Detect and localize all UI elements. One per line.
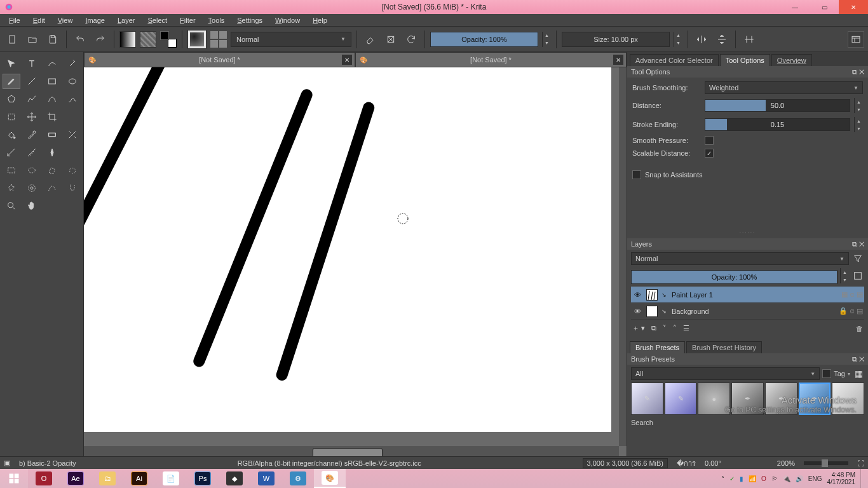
alpha-lock-button[interactable] <box>383 31 399 48</box>
tab-tool-options[interactable]: Tool Options <box>720 54 770 66</box>
layer-row-paint-layer-1[interactable]: 👁 ↘ Paint Layer 1 ▦α▤ <box>631 287 864 303</box>
tool-gradient[interactable] <box>43 127 61 142</box>
smooth-pressure-checkbox[interactable] <box>705 136 714 145</box>
brush-smoothing-select[interactable]: Weighted▼ <box>705 81 863 94</box>
v-scrollbar[interactable] <box>619 67 627 446</box>
save-file-button[interactable] <box>44 31 61 48</box>
distance-slider[interactable]: 50.0 <box>705 99 850 112</box>
tool-freehand-path[interactable] <box>64 92 81 107</box>
visibility-icon[interactable]: 👁 <box>632 308 642 315</box>
tool-bezier[interactable] <box>43 92 61 107</box>
tool-select-poly[interactable] <box>43 163 61 178</box>
tool-assistants[interactable] <box>3 145 20 160</box>
menu-help[interactable]: Help <box>308 15 332 25</box>
tool-pattern-edit[interactable] <box>64 127 81 142</box>
show-desktop-button[interactable] <box>860 469 864 488</box>
color-swatch[interactable] <box>160 31 177 48</box>
taskbar-app-opera[interactable]: O <box>28 469 60 488</box>
close-tab-button[interactable]: ✕ <box>342 55 352 65</box>
size-slider[interactable]: Size: 10.00 px <box>562 32 670 47</box>
tab-brush-presets[interactable]: Brush Presets <box>630 341 685 353</box>
gradient-swatch[interactable] <box>119 31 136 48</box>
brush-tag-checkbox[interactable] <box>822 369 831 378</box>
tool-rectangle[interactable] <box>43 74 61 89</box>
distance-spinner[interactable]: ▲▼ <box>854 98 863 113</box>
taskbar-app-illustrator[interactable]: Ai <box>123 469 155 488</box>
menu-layer[interactable]: Layer <box>112 15 140 25</box>
tool-polygon[interactable] <box>3 92 20 107</box>
tab-overview[interactable]: Overview <box>771 54 812 66</box>
menu-window[interactable]: Window <box>270 15 305 25</box>
brush-settings-button[interactable] <box>210 31 227 48</box>
tray-network-icon[interactable]: 📶 <box>749 475 756 482</box>
tool-polyline[interactable] <box>23 92 41 107</box>
tray-opera-icon[interactable]: O <box>761 475 766 482</box>
tool-select-bezier[interactable] <box>43 180 61 196</box>
brush-preset-item[interactable]: ✎ <box>665 383 697 415</box>
snap-assistants-checkbox[interactable] <box>632 170 641 179</box>
tray-language[interactable]: ENG <box>808 475 822 482</box>
menu-file[interactable]: File <box>4 15 25 25</box>
taskbar-app-explorer[interactable]: 🗂 <box>92 469 123 488</box>
reload-preset-button[interactable] <box>403 31 419 48</box>
lock-icon[interactable]: 🔒 <box>839 307 848 315</box>
selection-mask-icon[interactable]: ▣ <box>4 459 10 467</box>
menu-view[interactable]: View <box>53 15 78 25</box>
tool-text[interactable]: T <box>23 56 41 71</box>
h-scrollbar[interactable] <box>84 446 619 456</box>
tray-volume-icon[interactable]: 🔊 <box>796 475 803 482</box>
move-layer-up-button[interactable]: ˄ <box>673 324 677 332</box>
doc-tab-2[interactable]: 🎨 [Not Saved] * ✕ <box>355 52 627 67</box>
tool-move[interactable] <box>23 109 41 125</box>
panel-controls-icon[interactable]: ⧉ ✕ <box>852 68 864 76</box>
menu-settings[interactable]: Settings <box>232 15 268 25</box>
panel-controls-icon[interactable]: ⧉ ✕ <box>852 355 864 363</box>
taskbar-app-inkscape[interactable]: ◆ <box>219 469 250 488</box>
taskbar-app-word[interactable]: W <box>250 469 282 488</box>
mirror-h-button[interactable] <box>693 31 710 48</box>
tool-select-rect[interactable] <box>3 163 20 178</box>
layer-properties-button[interactable]: ☰ <box>683 324 689 332</box>
menu-tools[interactable]: Tools <box>203 15 230 25</box>
blend-mode-select[interactable]: Normal▼ <box>231 32 351 47</box>
tab-brush-preset-history[interactable]: Brush Preset History <box>686 341 762 353</box>
tool-select-magnetic[interactable] <box>64 180 81 196</box>
redo-button[interactable] <box>92 31 109 48</box>
close-tab-button[interactable]: ✕ <box>613 55 623 65</box>
layer-name[interactable]: Paint Layer 1 <box>672 291 837 299</box>
tray-app-icon[interactable]: ▮ <box>740 475 743 482</box>
undo-button[interactable] <box>72 31 88 48</box>
alpha-icon[interactable]: α <box>850 290 854 299</box>
layer-opacity-slider[interactable]: Opacity: 100% <box>631 270 837 284</box>
eraser-mode-button[interactable] <box>362 31 379 48</box>
wrap-around-button[interactable] <box>741 31 757 48</box>
taskbar-app-photoshop[interactable]: Ps <box>187 469 219 488</box>
tray-show-hidden-icon[interactable]: ˄ <box>721 475 724 482</box>
layer-menu-icon[interactable]: ▤ <box>857 290 863 299</box>
taskbar-app-aftereffects[interactable]: Ae <box>60 469 92 488</box>
doc-tab-1[interactable]: 🎨 [Not Saved] * ✕ <box>84 52 355 67</box>
visibility-icon[interactable]: 👁 <box>632 291 642 299</box>
taskbar-app-notepad[interactable]: 📄 <box>155 469 187 488</box>
layer-props-icon[interactable]: ▦ <box>841 290 848 299</box>
panel-controls-icon[interactable]: ⧉ ✕ <box>852 240 864 248</box>
tray-security-icon[interactable]: ✓ <box>729 475 735 482</box>
maximize-button[interactable]: ▭ <box>810 0 839 14</box>
taskbar-app-settings[interactable]: ⚙ <box>282 469 314 488</box>
tool-calligraphy[interactable] <box>64 56 81 71</box>
alpha-icon[interactable]: α <box>850 307 854 315</box>
start-button[interactable] <box>0 469 28 488</box>
scalable-distance-checkbox[interactable]: ✓ <box>705 149 714 158</box>
delete-layer-button[interactable]: 🗑 <box>856 325 863 332</box>
size-spinner[interactable]: ▲▼ <box>674 32 682 47</box>
tool-select-similar[interactable] <box>23 180 41 196</box>
tool-measure[interactable] <box>23 145 41 160</box>
tool-edit-shapes[interactable] <box>43 56 61 71</box>
add-layer-button[interactable]: ＋ ▾ <box>632 323 645 333</box>
tool-reference[interactable] <box>43 145 61 160</box>
zoom-fit-icon[interactable]: ⛶ <box>857 459 864 467</box>
tool-ellipse[interactable] <box>64 74 81 89</box>
tool-select-ellipse[interactable] <box>23 163 41 178</box>
menu-image[interactable]: Image <box>80 15 110 25</box>
stroke-ending-slider[interactable]: 0.15 <box>705 118 850 131</box>
